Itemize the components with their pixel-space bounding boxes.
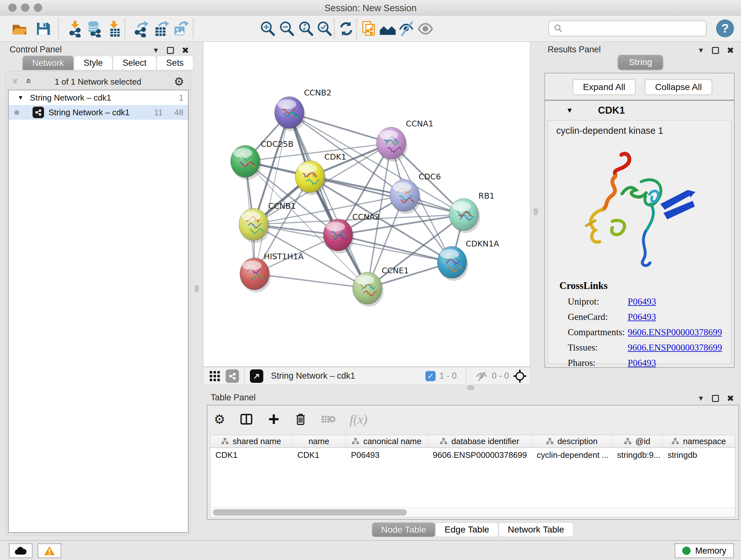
refresh-icon[interactable] xyxy=(338,20,355,37)
panel-float-icon[interactable] xyxy=(712,395,719,402)
delete-column-icon[interactable] xyxy=(294,412,307,426)
panel-close-icon[interactable]: ✖ xyxy=(182,45,189,56)
horizontal-scrollbar[interactable] xyxy=(210,507,735,517)
control-panel: Control Panel ▼ ✖ Network Style Select S… xyxy=(4,42,192,537)
compartments-link[interactable]: 9606.ENSP00000378699 xyxy=(628,327,722,337)
tissues-link[interactable]: 9606.ENSP00000378699 xyxy=(628,342,722,353)
show-columns-icon[interactable] xyxy=(239,412,253,426)
network-list: ▼ String Network – cdk1 1 String Network… xyxy=(8,90,189,533)
function-builder-icon[interactable]: f(x) xyxy=(350,412,367,427)
tab-network[interactable]: Network xyxy=(22,56,74,70)
detach-view-icon[interactable] xyxy=(250,369,263,383)
delete-table-icon[interactable] xyxy=(321,414,336,425)
network-collection-row[interactable]: ▼ String Network – cdk1 1 xyxy=(9,90,188,105)
table-row[interactable]: CDK1 CDK1 P06493 9606.ENSP00000378699 cy… xyxy=(210,448,735,462)
tab-style[interactable]: Style xyxy=(74,56,113,70)
tab-edge-table[interactable]: Edge Table xyxy=(435,522,498,537)
column-type-icon xyxy=(624,438,631,445)
network-canvas[interactable]: CCNB2CCNA1CDC25BCDK1CDC6RB1CCNB1CCNA2CDK… xyxy=(203,42,530,367)
houses-icon[interactable] xyxy=(379,20,396,37)
left-splitter-handle[interactable] xyxy=(195,285,199,292)
export-image-icon[interactable] xyxy=(172,20,190,37)
network-share-icon[interactable] xyxy=(226,369,239,383)
grid-view-icon[interactable] xyxy=(208,370,221,382)
tab-select[interactable]: Select xyxy=(113,56,156,70)
panel-close-icon[interactable]: ✖ xyxy=(727,393,734,403)
crosslinks-section: CrossLinks Uniprot:P06493 GeneCard:P0649… xyxy=(559,280,725,368)
column-header: name xyxy=(292,435,346,447)
memory-button[interactable]: Memory xyxy=(675,543,734,558)
network-node-CCNB2[interactable]: CCNB2 xyxy=(275,88,332,131)
collection-disclosure-icon[interactable]: ▼ xyxy=(17,94,23,101)
network-node-CDKN1A[interactable]: CDKN1A xyxy=(437,239,499,281)
import-table-icon[interactable] xyxy=(105,20,123,37)
search-icon xyxy=(553,23,563,33)
search-input[interactable] xyxy=(566,22,706,35)
export-table-icon[interactable] xyxy=(152,20,170,37)
hidden-eye-icon[interactable] xyxy=(475,371,488,381)
uniprot-link[interactable]: P06493 xyxy=(628,296,656,307)
toolbar-separator xyxy=(466,369,466,383)
genecard-link[interactable]: P06493 xyxy=(628,312,656,322)
node-table[interactable]: shared name name canonical name database… xyxy=(210,435,735,517)
import-network-file-icon[interactable] xyxy=(66,20,84,37)
panel-collapse-icon[interactable]: ▼ xyxy=(697,46,704,55)
panel-float-icon[interactable] xyxy=(167,47,174,54)
column-type-icon xyxy=(671,438,679,445)
toolbar-separator xyxy=(193,19,194,39)
panel-close-icon[interactable]: ✖ xyxy=(727,45,734,56)
node-label-CDC25B: CDC25B xyxy=(261,139,293,149)
table-settings-gear-icon[interactable]: ⚙ xyxy=(214,412,225,427)
node-label-CCNB1: CCNB1 xyxy=(268,201,296,211)
save-session-icon[interactable] xyxy=(35,20,52,37)
warnings-button[interactable] xyxy=(38,543,61,558)
network-node-CCNE1[interactable]: CCNE1 xyxy=(353,266,409,307)
tab-sets[interactable]: Sets xyxy=(156,56,193,70)
network-document-icon[interactable] xyxy=(360,20,377,37)
toolbar-separator xyxy=(58,19,59,39)
add-column-icon[interactable] xyxy=(267,413,280,426)
birdseye-view-icon[interactable] xyxy=(513,369,527,383)
search-field[interactable] xyxy=(548,20,706,37)
horizontal-splitter-handle[interactable] xyxy=(467,386,474,390)
hide-eye-icon[interactable] xyxy=(398,20,415,37)
gene-section-header[interactable]: ▼ CDK1 xyxy=(545,101,734,120)
network-view-panel: CCNB2CCNA1CDC25BCDK1CDC6RB1CCNB1CCNA2CDK… xyxy=(203,42,530,385)
export-network-icon[interactable] xyxy=(133,20,150,37)
zoom-fit-icon[interactable] xyxy=(297,20,315,37)
panel-float-icon[interactable] xyxy=(712,47,719,54)
network-name: String Network – cdk1 xyxy=(49,108,130,118)
tab-network-table[interactable]: Network Table xyxy=(498,522,574,537)
window-title: Session: New Session xyxy=(0,3,741,13)
zoom-out-icon[interactable] xyxy=(278,20,295,37)
help-icon[interactable]: ? xyxy=(716,19,734,37)
zoom-in-icon[interactable] xyxy=(259,20,276,37)
scrollbar-thumb[interactable] xyxy=(213,509,407,516)
table-tabs: Node Table Edge Table Network Table xyxy=(372,522,574,537)
table-panel-title: Table Panel xyxy=(211,393,256,402)
selected-checkbox-icon[interactable]: ✓ xyxy=(425,371,435,381)
gene-disclosure-icon[interactable]: ▼ xyxy=(566,106,573,115)
node-label-CCNA1: CCNA1 xyxy=(406,119,433,128)
expand-all-button[interactable]: Expand All xyxy=(572,79,636,95)
collapse-all-button[interactable]: Collapse All xyxy=(645,79,712,95)
zoom-selected-icon[interactable] xyxy=(316,20,333,37)
import-network-database-icon[interactable] xyxy=(85,20,103,37)
open-session-icon[interactable] xyxy=(11,20,28,37)
right-splitter-handle[interactable] xyxy=(534,208,538,215)
network-row-selected[interactable]: String Network – cdk1 11 48 xyxy=(9,105,188,120)
show-eye-icon[interactable] xyxy=(417,20,434,37)
pharos-link[interactable]: P06493 xyxy=(628,358,656,368)
tab-node-table[interactable]: Node Table xyxy=(372,522,435,537)
network-node-CCNB1[interactable]: CCNB1 xyxy=(239,201,296,243)
cloud-status-button[interactable] xyxy=(9,543,32,558)
network-node-RB1[interactable]: RB1 xyxy=(449,191,494,233)
network-state-dot xyxy=(14,110,19,115)
panel-collapse-icon[interactable]: ▼ xyxy=(697,394,704,402)
panel-collapse-icon[interactable]: ▼ xyxy=(152,46,159,55)
tab-string[interactable]: String xyxy=(618,55,663,70)
network-node-HIST1H1A[interactable]: HIST1H1A xyxy=(240,252,304,293)
network-node-CCNA1[interactable]: CCNA1 xyxy=(377,119,433,162)
column-header: namespace xyxy=(663,435,735,447)
network-options-gear-icon[interactable]: ⚙ xyxy=(174,75,184,88)
